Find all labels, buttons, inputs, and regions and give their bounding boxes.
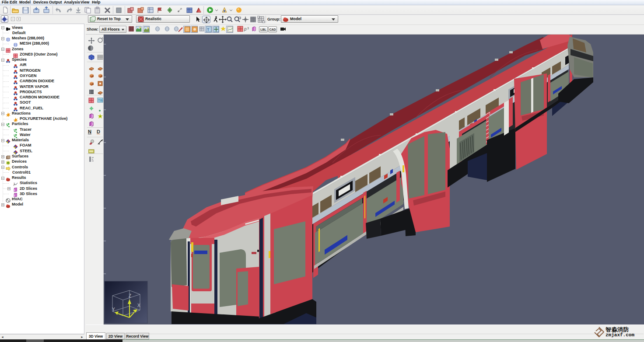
svg-text:3: 3: [247, 27, 249, 30]
svg-text:Y: Y: [112, 307, 115, 312]
svg-text:p: p: [244, 27, 247, 31]
svg-text:T: T: [207, 28, 210, 32]
svg-text:TB: TB: [98, 98, 102, 102]
svg-text:X: X: [137, 303, 140, 308]
svg-text:Z: Z: [129, 293, 131, 298]
